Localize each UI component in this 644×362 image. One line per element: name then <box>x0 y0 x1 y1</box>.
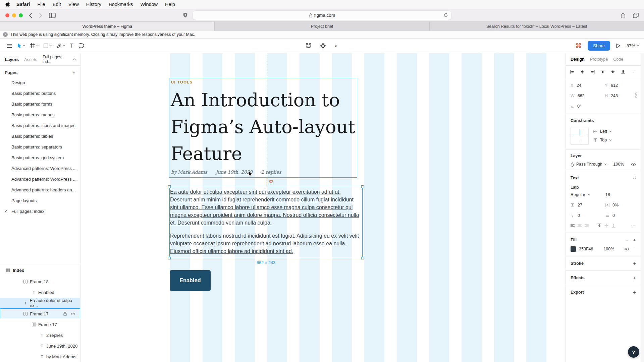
fill-styles-icon[interactable]: ∷ <box>626 237 628 242</box>
tab-prototype[interactable]: Prototype <box>590 57 608 62</box>
y-position-field[interactable]: Y612 <box>605 82 634 89</box>
tab-assets[interactable]: Assets <box>24 57 37 62</box>
reload-icon[interactable] <box>443 13 448 17</box>
browser-tab-wordpress[interactable]: Search Results for “block” – Local WordP… <box>430 22 644 31</box>
layer-visibility-toggle[interactable] <box>631 163 636 166</box>
page-item[interactable]: Basic patterns: tables <box>0 131 80 141</box>
text-align-left-icon[interactable] <box>571 224 575 227</box>
minimize-window-button[interactable] <box>12 13 16 17</box>
main-menu-button[interactable] <box>4 39 15 53</box>
fill-hex-value[interactable]: 353F48 <box>579 247 593 251</box>
letter-spacing-field[interactable]: 0% <box>605 202 634 208</box>
text-tool-button[interactable]: T <box>67 39 76 53</box>
selection-handle[interactable] <box>361 185 364 188</box>
byline-replies[interactable]: 2 replies <box>261 169 281 175</box>
layer-row[interactable]: T Enabled <box>0 287 80 298</box>
type-settings-more-icon[interactable]: ⋯ <box>631 223 636 228</box>
text-align-right-icon[interactable] <box>585 224 589 227</box>
rotation-field[interactable]: 0° <box>571 103 600 110</box>
back-icon[interactable] <box>29 13 32 18</box>
page-item[interactable]: Basic patterns: separators <box>0 141 80 152</box>
apple-menu-icon[interactable] <box>5 2 10 7</box>
forward-icon[interactable] <box>39 13 42 18</box>
layer-row[interactable]: T June 19th, 2020 <box>0 341 80 351</box>
article-title[interactable]: An Introduction to Figma’s Auto-layout F… <box>171 87 355 167</box>
selection-handle[interactable] <box>168 185 171 188</box>
frame-section-header[interactable]: Index <box>0 264 80 276</box>
eye-icon[interactable] <box>71 312 75 315</box>
paragraph-spacing-field[interactable]: 0 <box>571 212 601 219</box>
menu-file[interactable]: File <box>34 2 49 7</box>
share-button[interactable]: Share <box>588 41 610 51</box>
layer-row[interactable]: T by Mark Adams <box>0 351 80 362</box>
pen-tool-button[interactable] <box>54 39 67 53</box>
enabled-button[interactable]: Enabled <box>170 270 211 291</box>
sidebar-toggle-icon[interactable] <box>49 13 56 18</box>
vertical-align-middle-icon[interactable] <box>604 224 608 228</box>
create-component-icon[interactable] <box>320 43 325 48</box>
align-top-icon[interactable] <box>601 70 605 74</box>
align-horizontal-center-icon[interactable] <box>580 70 584 74</box>
vertical-align-top-icon[interactable] <box>597 224 601 228</box>
width-field[interactable]: W662 <box>571 93 600 99</box>
x-position-field[interactable]: X24 <box>571 82 600 89</box>
align-vertical-center-icon[interactable] <box>611 70 615 74</box>
menu-window[interactable]: Window <box>137 2 162 7</box>
shape-tool-button[interactable] <box>41 39 54 53</box>
constrain-proportions-icon[interactable] <box>635 93 638 98</box>
edit-object-icon[interactable] <box>306 43 311 48</box>
selection-handle[interactable] <box>168 257 171 259</box>
menu-edit[interactable]: Edit <box>49 2 65 7</box>
eye-icon[interactable] <box>624 247 629 251</box>
page-item[interactable]: Design <box>0 77 80 88</box>
font-size-field[interactable]: 18 <box>605 191 634 198</box>
byline-author[interactable]: by Mark Adams <box>171 169 207 175</box>
blend-mode-value[interactable]: Pass Through <box>576 162 602 167</box>
layer-opacity-field[interactable]: 100% <box>613 162 624 167</box>
page-item[interactable]: Advanced patterns: WordPress ... <box>0 174 80 184</box>
menu-safari[interactable]: Safari <box>13 2 34 7</box>
align-right-icon[interactable] <box>591 70 595 74</box>
tab-design[interactable]: Design <box>571 57 585 62</box>
page-selector[interactable]: Full pages: ind... <box>43 55 75 64</box>
menu-history[interactable]: History <box>83 2 105 7</box>
page-item[interactable]: Advanced patterns: headers an... <box>0 184 80 195</box>
zoom-control[interactable]: 87% <box>627 43 639 48</box>
align-left-icon[interactable] <box>570 70 574 74</box>
eyebrow-text[interactable]: UI TOOLS <box>171 80 193 84</box>
window-scrollbar[interactable] <box>641 53 644 362</box>
vertical-constraint-select[interactable]: Top <box>593 138 611 142</box>
constraints-widget[interactable] <box>571 127 589 145</box>
byline-date[interactable]: June 19th, 2020 <box>216 169 253 175</box>
move-tool-button[interactable] <box>15 39 28 53</box>
present-icon[interactable] <box>616 43 621 48</box>
align-bottom-icon[interactable] <box>621 70 625 74</box>
lock-icon[interactable] <box>63 312 67 316</box>
height-field[interactable]: H243 <box>605 93 634 99</box>
text-align-center-icon[interactable] <box>578 224 582 227</box>
address-bar[interactable]: figma.com <box>193 11 451 20</box>
distribute-more-icon[interactable]: ⋯ <box>631 69 636 74</box>
horizontal-constraint-select[interactable]: Left <box>593 129 611 134</box>
plugin-command-icon[interactable]: ⌘ <box>575 42 582 50</box>
privacy-report-icon[interactable] <box>183 12 188 18</box>
tab-layers[interactable]: Layers <box>5 57 19 62</box>
help-button[interactable]: ? <box>628 346 639 358</box>
page-item[interactable]: Basic patterns: menus <box>0 109 80 120</box>
font-weight-select[interactable]: Regular <box>571 191 601 198</box>
add-stroke-button[interactable]: + <box>633 260 636 266</box>
menu-help[interactable]: Help <box>161 2 179 7</box>
comment-tool-button[interactable] <box>76 39 87 53</box>
vertical-align-bottom-icon[interactable] <box>611 224 615 228</box>
fill-row[interactable]: 353F48 100% − <box>571 246 636 252</box>
remove-fill-button[interactable]: − <box>634 247 636 251</box>
frame-tool-button[interactable] <box>28 39 41 53</box>
add-fill-button[interactable]: + <box>633 237 636 243</box>
layer-row-selected[interactable]: T Ea aute dolor ut culpa ex... <box>0 298 80 308</box>
line-height-field[interactable]: 27 <box>571 202 601 208</box>
menu-bookmarks[interactable]: Bookmarks <box>105 2 137 7</box>
notice-close-icon[interactable]: × <box>3 32 8 37</box>
heading-frame[interactable]: UI TOOLS An Introduction to Figma’s Auto… <box>169 78 357 177</box>
share-icon[interactable] <box>621 12 626 18</box>
add-page-button[interactable]: + <box>72 69 75 75</box>
